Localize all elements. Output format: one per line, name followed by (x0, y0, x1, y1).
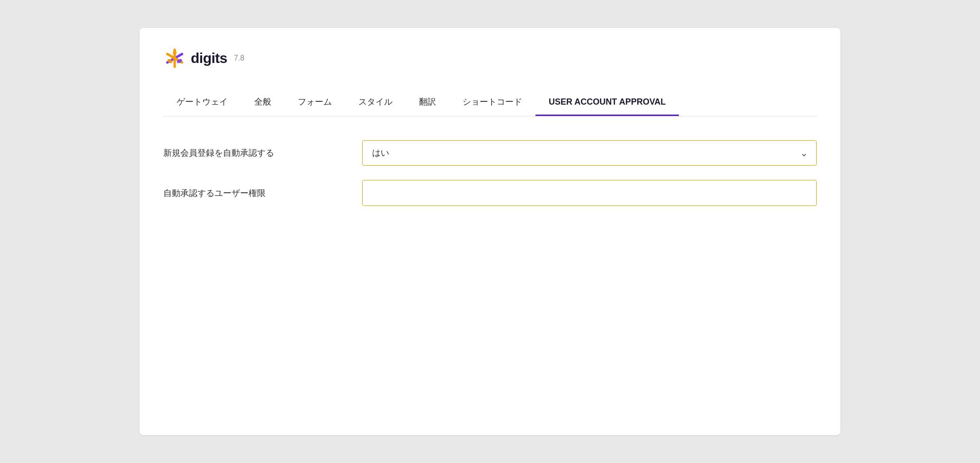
header: digits 7.8 (163, 47, 817, 70)
auto-approve-label: 新規会員登録を自動承認する (163, 147, 343, 159)
main-card: digits 7.8 ゲートウェイ 全般 フォーム スタイル 翻訳 ショートコー… (140, 28, 840, 435)
auto-approve-control: はい いいえ (362, 140, 817, 166)
nav-tabs: ゲートウェイ 全般 フォーム スタイル 翻訳 ショートコード USER ACCO… (163, 89, 817, 116)
tab-translation[interactable]: 翻訳 (406, 89, 449, 116)
user-role-label: 自動承認するユーザー権限 (163, 187, 343, 199)
tab-user-account-approval[interactable]: USER ACCOUNT APPROVAL (535, 89, 679, 116)
tab-general[interactable]: 全般 (241, 89, 285, 116)
tab-form[interactable]: フォーム (285, 89, 345, 116)
form-row-user-role: 自動承認するユーザー権限 (163, 180, 817, 206)
tab-shortcode[interactable]: ショートコード (449, 89, 535, 116)
logo-version: 7.8 (234, 54, 244, 62)
tab-gateway[interactable]: ゲートウェイ (163, 89, 241, 116)
form-row-auto-approve: 新規会員登録を自動承認する はい いいえ (163, 140, 817, 166)
logo-text: digits (191, 50, 227, 66)
form-section: 新規会員登録を自動承認する はい いいえ 自動承認するユーザー権限 (163, 140, 817, 206)
svg-point-3 (173, 56, 177, 60)
user-role-control (362, 180, 817, 206)
svg-point-4 (173, 50, 177, 55)
auto-approve-select-wrapper: はい いいえ (362, 140, 817, 166)
user-role-input[interactable] (362, 180, 817, 206)
auto-approve-select[interactable]: はい いいえ (362, 140, 817, 166)
digits-logo-icon (163, 47, 186, 70)
tab-style[interactable]: スタイル (345, 89, 406, 116)
